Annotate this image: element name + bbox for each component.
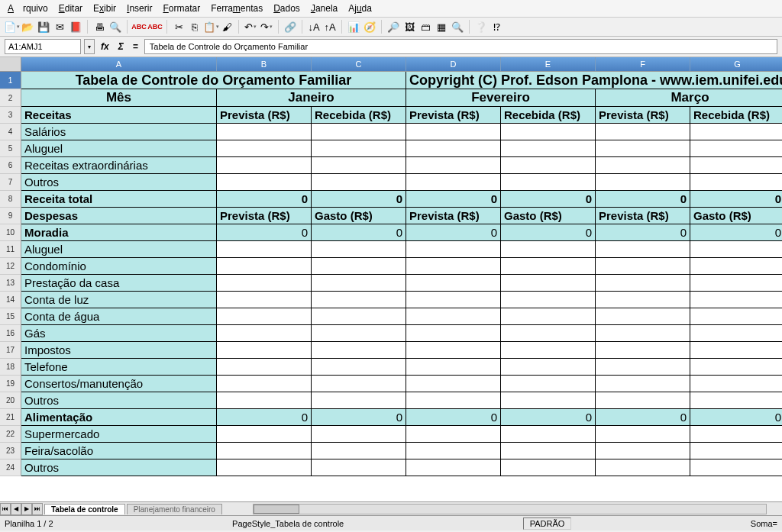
lbl-receita-total[interactable]: Receita total xyxy=(21,191,217,207)
menu-dados[interactable]: Dados xyxy=(269,2,305,15)
hdr-marco[interactable]: Março xyxy=(596,89,782,106)
cell[interactable] xyxy=(406,376,501,392)
moradia-item[interactable]: Conta de água xyxy=(21,308,217,324)
tab-last-icon[interactable]: ⏭ xyxy=(32,503,43,515)
receita-item[interactable]: Salários xyxy=(21,124,217,140)
paste-icon[interactable]: 📋 xyxy=(204,20,218,34)
cell[interactable] xyxy=(596,292,690,308)
col-header-F[interactable]: F xyxy=(596,57,690,71)
row-header-13[interactable]: 13 xyxy=(0,275,21,292)
cell[interactable]: 0 xyxy=(596,409,690,425)
cell[interactable] xyxy=(501,359,596,375)
cell[interactable] xyxy=(406,258,501,274)
datasource-icon[interactable]: 🗃 xyxy=(418,20,432,34)
help-icon[interactable]: ❔ xyxy=(474,20,488,34)
horizontal-scrollbar[interactable] xyxy=(253,504,767,514)
cell[interactable] xyxy=(501,308,596,324)
cell[interactable]: 0 xyxy=(406,224,501,240)
cell[interactable] xyxy=(501,426,596,442)
row-header-12[interactable]: 12 xyxy=(0,258,21,275)
cell[interactable] xyxy=(501,124,596,140)
col-header-B[interactable]: B xyxy=(217,57,312,71)
alimentacao-item[interactable]: Supermercado xyxy=(21,426,217,442)
format-paint-icon[interactable]: 🖌 xyxy=(220,20,234,34)
cell[interactable]: Prevista (R$) xyxy=(596,208,690,224)
cell[interactable] xyxy=(690,376,782,392)
tab-first-icon[interactable]: ⏮ xyxy=(0,503,11,515)
hdr-prevista[interactable]: Prevista (R$) xyxy=(406,107,501,123)
cell[interactable]: 0 xyxy=(406,191,501,207)
cell[interactable] xyxy=(501,392,596,408)
cell[interactable] xyxy=(596,174,690,190)
cell[interactable]: 0 xyxy=(690,409,782,425)
cell[interactable] xyxy=(312,275,406,291)
cell[interactable] xyxy=(312,459,406,476)
alimentacao-item[interactable]: Feira/sacolão xyxy=(21,443,217,459)
cell[interactable] xyxy=(596,392,690,408)
cell[interactable]: 0 xyxy=(217,409,312,425)
cell[interactable] xyxy=(596,157,690,173)
headers-icon[interactable]: ▦ xyxy=(435,20,448,34)
cell[interactable] xyxy=(596,443,690,459)
cell[interactable] xyxy=(596,426,690,442)
menu-ajuda[interactable]: Ajuda xyxy=(344,2,376,15)
cell[interactable] xyxy=(690,426,782,442)
redo-icon[interactable]: ↷ xyxy=(260,20,273,34)
cell[interactable] xyxy=(690,124,782,140)
row-header-9[interactable]: 9 xyxy=(0,208,21,224)
cell[interactable] xyxy=(596,376,690,392)
cell[interactable] xyxy=(312,426,406,442)
row-header-7[interactable]: 7 xyxy=(0,174,21,191)
cell[interactable] xyxy=(501,292,596,308)
copy-icon[interactable]: ⎘ xyxy=(188,20,202,34)
row-header-8[interactable]: 8 xyxy=(0,191,21,208)
cell[interactable]: 0 xyxy=(501,409,596,425)
cell[interactable] xyxy=(596,325,690,341)
cell[interactable] xyxy=(312,157,406,173)
tab-next-icon[interactable]: ▶ xyxy=(21,503,32,515)
cell[interactable] xyxy=(501,459,596,476)
cell[interactable] xyxy=(312,292,406,308)
cell-reference-dropdown[interactable]: ▾ xyxy=(84,39,95,54)
cell[interactable] xyxy=(406,459,501,476)
chart-icon[interactable]: 📊 xyxy=(347,20,360,34)
status-insert-mode[interactable]: PADRÃO xyxy=(523,517,572,530)
cell[interactable] xyxy=(596,241,690,257)
row-header-10[interactable]: 10 xyxy=(0,224,21,241)
cell[interactable] xyxy=(596,258,690,274)
cell[interactable]: 0 xyxy=(501,224,596,240)
spellcheck-icon[interactable]: ABC xyxy=(132,20,146,34)
cell[interactable] xyxy=(690,140,782,156)
hyperlink-icon[interactable]: 🔗 xyxy=(283,20,297,34)
sort-desc-icon[interactable]: ↑A xyxy=(323,20,337,34)
cell[interactable] xyxy=(217,275,312,291)
row-header-2[interactable]: 2 xyxy=(0,89,21,107)
cell[interactable] xyxy=(501,376,596,392)
cell[interactable] xyxy=(312,258,406,274)
hdr-janeiro[interactable]: Janeiro xyxy=(217,89,406,106)
open-icon[interactable]: 📂 xyxy=(21,20,34,34)
row-header-14[interactable]: 14 xyxy=(0,292,21,308)
col-header-E[interactable]: E xyxy=(501,57,596,71)
col-header-D[interactable]: D xyxy=(406,57,501,71)
cell[interactable] xyxy=(406,308,501,324)
gallery-icon[interactable]: 🖼 xyxy=(402,20,416,34)
cell[interactable] xyxy=(406,174,501,190)
cell[interactable]: 0 xyxy=(312,224,406,240)
cell[interactable] xyxy=(406,241,501,257)
col-header-G[interactable]: G xyxy=(690,57,782,71)
cell[interactable] xyxy=(596,459,690,476)
cut-icon[interactable]: ✂ xyxy=(172,20,186,34)
cell[interactable] xyxy=(217,258,312,274)
cell[interactable] xyxy=(501,443,596,459)
cell[interactable] xyxy=(312,308,406,324)
cell[interactable] xyxy=(217,140,312,156)
cell[interactable] xyxy=(217,376,312,392)
cell[interactable] xyxy=(406,359,501,375)
cell[interactable] xyxy=(406,443,501,459)
cell[interactable] xyxy=(596,359,690,375)
cell[interactable] xyxy=(217,459,312,476)
hdr-prevista[interactable]: Prevista (R$) xyxy=(596,107,690,123)
col-header-C[interactable]: C xyxy=(312,57,406,71)
cell[interactable] xyxy=(690,359,782,375)
